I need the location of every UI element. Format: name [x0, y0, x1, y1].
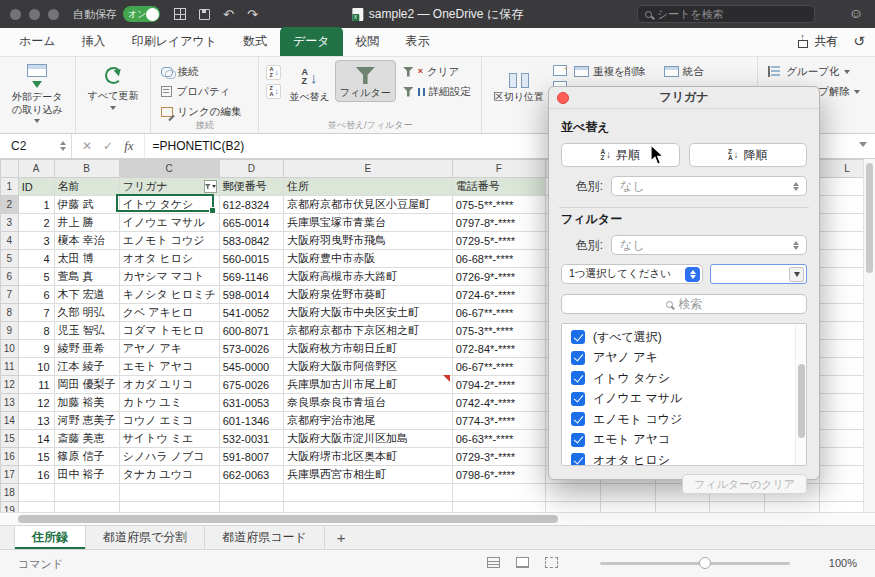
workbook-gallery-icon[interactable] — [174, 8, 186, 20]
cell-B5[interactable]: 太田 博 — [54, 250, 119, 268]
cell-D6[interactable]: 569-1146 — [219, 268, 283, 286]
sort-ascending-button[interactable]: AZ↓ 昇順 — [561, 143, 680, 167]
cell-A3[interactable]: 2 — [18, 214, 54, 232]
checkbox-icon[interactable] — [571, 371, 585, 385]
cell-B2[interactable]: 伊藤 武 — [54, 196, 119, 214]
consolidate-button[interactable]: 統合 — [661, 63, 707, 80]
cell-F8[interactable]: 06-67**-**** — [452, 304, 545, 322]
filter-button[interactable]: フィルター — [335, 60, 396, 102]
checkbox-icon[interactable] — [571, 392, 585, 406]
cell-E12[interactable]: 兵庫県加古川市尾上町 — [284, 376, 453, 394]
cell-I19[interactable] — [655, 502, 710, 513]
cell-C7[interactable]: キノシタ ヒロミチ — [119, 286, 219, 304]
sort-az-button[interactable]: AZ↓ — [266, 65, 281, 80]
save-icon[interactable] — [199, 9, 210, 20]
sheet-tab-prefecture-code[interactable]: 都道府県コード — [205, 526, 325, 549]
remove-duplicates-button[interactable]: 重複を削除 — [571, 63, 649, 80]
cell-C19[interactable] — [119, 502, 219, 513]
row-header-5[interactable]: 5 — [1, 250, 19, 268]
cell-E15[interactable]: 大阪府大阪市淀川区加島 — [284, 430, 453, 448]
page-break-view-icon[interactable] — [545, 557, 558, 568]
cell-E3[interactable]: 兵庫県宝塚市青葉台 — [284, 214, 453, 232]
column-header-C[interactable]: C — [119, 160, 219, 178]
cell-F10[interactable]: 072-84*-**** — [452, 340, 545, 358]
cell-B12[interactable]: 岡田 優梨子 — [54, 376, 119, 394]
cell-D10[interactable]: 573-0026 — [219, 340, 283, 358]
zoom-level-label[interactable]: 100% — [829, 557, 857, 569]
cell-D11[interactable]: 545-0000 — [219, 358, 283, 376]
filter-list-item[interactable]: アヤノ アキ — [562, 348, 806, 369]
cell-B16[interactable]: 篠原 信子 — [54, 448, 119, 466]
cell-C10[interactable]: アヤノ アキ — [119, 340, 219, 358]
cell-C14[interactable]: コウノ エミコ — [119, 412, 219, 430]
row-header-16[interactable]: 16 — [1, 448, 19, 466]
cell-C2[interactable]: イトウ タケシ — [119, 196, 219, 214]
name-box-stepper[interactable] — [60, 141, 66, 151]
checkbox-icon[interactable] — [571, 351, 585, 365]
row-header-2[interactable]: 2 — [1, 196, 19, 214]
cell-E2[interactable]: 京都府京都市伏見区小豆屋町 — [284, 196, 453, 214]
cell-E9[interactable]: 京都府京都市下京区相之町 — [284, 322, 453, 340]
row-header-19[interactable]: 19 — [1, 502, 19, 513]
zoom-slider[interactable] — [600, 562, 790, 565]
ribbon-tab-formulas[interactable]: 数式 — [230, 27, 280, 56]
formula-input[interactable]: =PHONETIC(B2) — [145, 139, 245, 153]
cell-C13[interactable]: カトウ ユミ — [119, 394, 219, 412]
cell-F1[interactable]: 電話番号 — [452, 178, 545, 196]
cell-D15[interactable]: 532-0031 — [219, 430, 283, 448]
cell-B3[interactable]: 井上 勝 — [54, 214, 119, 232]
cell-E8[interactable]: 大阪府大阪市中央区安土町 — [284, 304, 453, 322]
cell-E5[interactable]: 大阪府豊中市赤阪 — [284, 250, 453, 268]
version-history-icon[interactable]: ↺ — [853, 35, 865, 48]
cell-F12[interactable]: 0794-2*-**** — [452, 376, 545, 394]
cell-F13[interactable]: 0742-4*-**** — [452, 394, 545, 412]
cell-B8[interactable]: 久部 明弘 — [54, 304, 119, 322]
cancel-entry-icon[interactable]: ✕ — [82, 139, 92, 153]
row-header-4[interactable]: 4 — [1, 232, 19, 250]
text-to-columns-button[interactable]: 区切り位置 — [489, 60, 549, 106]
column-header-A[interactable]: A — [18, 160, 54, 178]
cell-E14[interactable]: 京都府宇治市池尾 — [284, 412, 453, 430]
cell-A7[interactable]: 6 — [18, 286, 54, 304]
cell-D13[interactable]: 631-0053 — [219, 394, 283, 412]
checkbox-icon[interactable] — [571, 453, 585, 466]
cell-A12[interactable]: 11 — [18, 376, 54, 394]
clear-filter-button[interactable]: × クリア — [400, 63, 474, 80]
cell-E10[interactable]: 大阪府枚方市朝日丘町 — [284, 340, 453, 358]
cell-E4[interactable]: 大阪府羽曳野市飛鳥 — [284, 232, 453, 250]
cell-A13[interactable]: 12 — [18, 394, 54, 412]
row-header-1[interactable]: 1 — [1, 178, 19, 196]
cell-A4[interactable]: 3 — [18, 232, 54, 250]
properties-button[interactable]: プロパティ — [158, 83, 244, 100]
cell-D4[interactable]: 583-0842 — [219, 232, 283, 250]
cell-F14[interactable]: 0774-3*-**** — [452, 412, 545, 430]
clear-filter-button[interactable]: フィルターのクリア — [682, 474, 807, 494]
group-button[interactable]: グループ化 — [765, 63, 863, 80]
row-header-3[interactable]: 3 — [1, 214, 19, 232]
cell-B15[interactable]: 斎藤 美恵 — [54, 430, 119, 448]
normal-view-icon[interactable] — [487, 557, 500, 568]
cell-E16[interactable]: 大阪府堺市北区奥本町 — [284, 448, 453, 466]
cell-E1[interactable]: 住所 — [284, 178, 453, 196]
row-header-9[interactable]: 9 — [1, 322, 19, 340]
zoom-window-button[interactable] — [48, 9, 59, 20]
cell-E13[interactable]: 奈良県奈良市青垣台 — [284, 394, 453, 412]
cell-F11[interactable]: 06-67**-**** — [452, 358, 545, 376]
filter-list-item[interactable]: (すべて選択) — [562, 327, 806, 348]
cell-K19[interactable] — [765, 502, 820, 513]
cell-B1[interactable]: 名前 — [54, 178, 119, 196]
cell-E7[interactable]: 大阪府泉佐野市葵町 — [284, 286, 453, 304]
dialog-close-button[interactable] — [557, 92, 569, 104]
checkbox-icon[interactable] — [571, 412, 585, 426]
ribbon-tab-page-layout[interactable]: 印刷レイアウト — [119, 27, 230, 56]
filter-list-item[interactable]: イノウエ マサル — [562, 389, 806, 410]
cell-D16[interactable]: 591-8007 — [219, 448, 283, 466]
cell-B17[interactable]: 田中 裕子 — [54, 466, 119, 484]
zoom-slider-thumb[interactable] — [699, 557, 711, 569]
combobox-dropdown-button[interactable] — [789, 267, 804, 282]
cell-C8[interactable]: クベ アキヒロ — [119, 304, 219, 322]
row-header-12[interactable]: 12 — [1, 376, 19, 394]
column-filter-button[interactable] — [204, 180, 217, 193]
row-header-17[interactable]: 17 — [1, 466, 19, 484]
column-header-B[interactable]: B — [54, 160, 119, 178]
